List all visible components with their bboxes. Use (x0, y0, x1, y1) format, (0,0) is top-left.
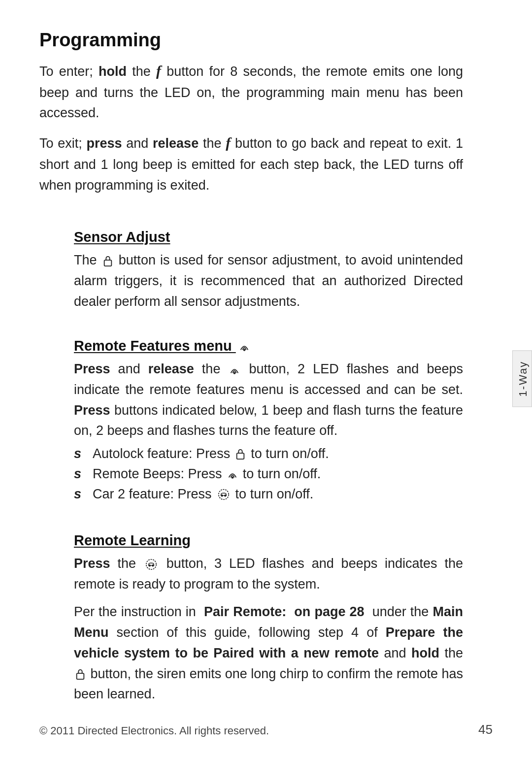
press-label-rf: Press (74, 362, 110, 376)
remote-learning-title: Remote Learning (74, 532, 463, 549)
page: 1-Way Programming To enter; hold the f b… (0, 0, 532, 757)
car2-icon-rl (144, 558, 158, 571)
remote-features-section: Remote Features menu Press and release t… (74, 338, 463, 502)
sensor-adjust-title: Sensor Adjust (74, 229, 463, 245)
intro-para1: To enter; hold the f button for 8 second… (39, 60, 463, 124)
remote-features-title: Remote Features menu (74, 338, 463, 354)
svg-point-4 (232, 477, 233, 478)
sensor-adjust-text: The button is used for sensor adjustment… (74, 250, 463, 312)
autolock-content: Autolock feature: Press to turn on/off. (93, 446, 329, 461)
signal-icon-title (239, 341, 250, 353)
intro-para2: To exit; press and release the f button … (39, 132, 463, 196)
svg-rect-11 (77, 674, 84, 680)
signal-icon-rf (229, 364, 240, 376)
svg-point-1 (243, 349, 245, 351)
svg-point-2 (234, 372, 235, 374)
press-label-1: press (87, 136, 122, 151)
svg-point-6 (221, 495, 223, 496)
svg-rect-0 (104, 260, 111, 266)
the-label: The (74, 253, 101, 267)
list-item-autolock: s Autolock feature: Press to turn on/off… (74, 446, 463, 461)
remote-features-text: Press and release the button, 2 LED flas… (74, 359, 463, 441)
f-icon-1: f (156, 63, 161, 79)
car2-content: Car 2 feature: Press to turn on/off. (93, 487, 313, 502)
svg-point-10 (152, 565, 154, 566)
release-label-rf: release (148, 362, 194, 376)
press-label-rl: Press (74, 556, 110, 571)
signal-icon-beeps (227, 468, 238, 480)
f-icon-2: f (226, 134, 231, 151)
page-number: 45 (478, 722, 493, 737)
bullet-1: s (74, 446, 84, 461)
bullet-3: s (74, 487, 84, 502)
bullet-2: s (74, 466, 84, 482)
remote-beeps-content: Remote Beeps: Press to turn on/off. (93, 466, 321, 482)
pair-remote-label: Pair Remote: on page 28 (204, 604, 365, 619)
list-item-remote-beeps: s Remote Beeps: Press to turn on/off. (74, 466, 463, 482)
svg-point-7 (224, 495, 226, 496)
release-label-1: release (153, 136, 199, 151)
prepare-label: Prepare the vehicle system to be Paired … (74, 625, 463, 660)
hold-label-rl: hold (411, 646, 439, 660)
main-content: Programming To enter; hold the f button … (39, 30, 463, 705)
lock-icon-autolock (235, 448, 246, 461)
remote-learning-para1: Press the button, 3 LED flashes and beep… (74, 554, 463, 595)
remote-learning-section: Remote Learning Press the button, 3 LED … (74, 532, 463, 705)
svg-point-9 (149, 565, 150, 566)
footer: © 2011 Directed Electronics. All rights … (39, 722, 493, 737)
lock-icon-rl (75, 668, 86, 681)
svg-rect-3 (237, 453, 244, 459)
side-tab: 1-Way (512, 350, 532, 407)
sensor-adjust-section: Sensor Adjust The button is used for sen… (74, 229, 463, 312)
hold-label: hold (99, 64, 127, 79)
list-item-car2: s Car 2 feature: Press to turn on/off. (74, 487, 463, 502)
section-title: Programming (39, 30, 463, 51)
car2-icon (217, 488, 231, 501)
copyright-text: © 2011 Directed Electronics. All rights … (39, 724, 269, 737)
press-label-rf2: Press (74, 403, 110, 418)
lock-icon-sensor (102, 255, 113, 267)
remote-learning-para2: Per the instruction in Pair Remote: on p… (74, 602, 463, 705)
